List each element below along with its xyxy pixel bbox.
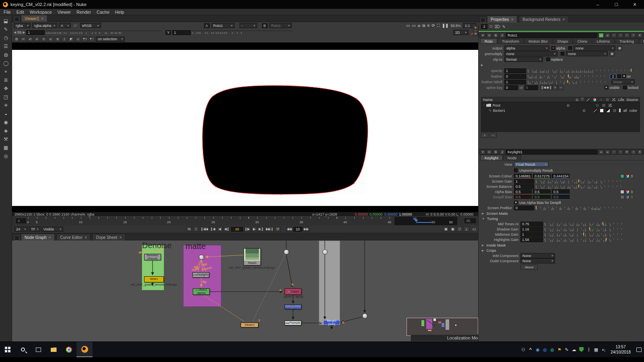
add-key-button[interactable]: + xyxy=(552,85,558,90)
timecode-dropdown[interactable]: TF xyxy=(29,226,40,232)
menu-cache[interactable]: Cache xyxy=(97,10,109,14)
undo-icon[interactable]: ↶ xyxy=(611,33,617,38)
collapse-panel-icon[interactable]: ▾ xyxy=(480,150,485,154)
center-node-icon[interactable]: ⊙ xyxy=(487,150,492,154)
defender-flag-icon[interactable]: ⚑ xyxy=(556,348,563,352)
toolbar-toolsets-icon[interactable]: ⚒ xyxy=(3,137,9,142)
current-frame-field[interactable]: 48 xyxy=(231,227,243,232)
feather-field[interactable]: 0 xyxy=(504,74,526,79)
col-lock-icon[interactable]: ⛉ xyxy=(581,97,584,102)
select-points-icon[interactable]: ▪¹ xyxy=(34,37,40,42)
refresh-icon[interactable]: ⟳ xyxy=(431,23,435,28)
falloff-field[interactable]: 1 xyxy=(504,80,526,84)
screen-colour-r-field[interactable]: 0.146881 xyxy=(514,174,532,179)
label-visibility-dropdown[interactable]: on selection xyxy=(96,37,125,42)
tab-close-icon[interactable]: ✕ xyxy=(119,236,122,239)
search-button[interactable] xyxy=(15,348,31,352)
col-blendmode-icon[interactable] xyxy=(605,98,609,102)
file-explorer-button[interactable] xyxy=(46,348,61,352)
toolbar-channel-icon[interactable]: ☰ xyxy=(3,44,9,49)
maximize-button[interactable]: ▢ xyxy=(607,2,625,7)
toolbar-merge-icon[interactable]: ≣ xyxy=(3,78,9,82)
roto-tab-shape[interactable]: Shape xyxy=(553,38,572,43)
undo-icon[interactable]: ↶ xyxy=(611,150,617,154)
node-denoise1[interactable]: Denoise1(Result) xyxy=(144,254,161,260)
close-all-panels-icon[interactable]: ⌦ xyxy=(495,25,500,29)
node-dot-right[interactable] xyxy=(362,313,367,319)
keylight-tab-node[interactable]: Node xyxy=(503,155,521,160)
edit-panels-icon[interactable]: ✎ xyxy=(502,25,506,29)
format-icon[interactable]: ▭ xyxy=(412,23,416,28)
roto-tab-tracking[interactable]: Tracking xyxy=(615,38,638,43)
tree-row-root[interactable]: − Root ⊙ xyxy=(481,103,640,108)
node-enabled-icon[interactable]: ⧄ xyxy=(599,150,604,154)
viewer-ip-toggle[interactable]: IP xyxy=(74,24,77,28)
roi-icon[interactable]: ⛶ xyxy=(437,23,440,28)
clipto-dropdown[interactable]: format xyxy=(504,57,543,62)
col-overlap-icon[interactable] xyxy=(612,98,616,102)
feather-slider[interactable]: -100 -70 -40 -10 0 10 40 7000 xyxy=(528,74,608,79)
max-panels-field[interactable]: 2 xyxy=(481,24,487,29)
row-color-swatch[interactable] xyxy=(600,109,604,113)
row-overlap-icon[interactable] xyxy=(608,103,612,107)
tab-close-icon[interactable]: ✕ xyxy=(48,236,51,239)
close-panel-icon[interactable]: ✕ xyxy=(637,150,642,154)
next-key-button[interactable]: ▶❙ xyxy=(546,85,552,90)
screen-balance-slider[interactable]: 0 0.1 0.2 0.3 0.4 0.5 0.6 0.7 0.8 0.9 1 xyxy=(536,184,621,189)
mask-icon[interactable]: ≡ xyxy=(427,23,429,28)
app-blue-icon[interactable]: ◍ xyxy=(542,348,548,352)
fps-dropdown[interactable]: 24 xyxy=(14,226,28,232)
range-start-field[interactable]: 4 xyxy=(16,218,26,223)
node-mask-icon[interactable]: ⧄ xyxy=(605,150,610,154)
crops-arrow-icon[interactable]: ▶ xyxy=(482,249,484,252)
preblur-field[interactable]: 0 xyxy=(514,206,534,210)
center-node-icon[interactable]: ⊙ xyxy=(487,33,492,38)
locked-checkbox[interactable] xyxy=(623,86,627,89)
shadow-gain-field[interactable]: 1.16 xyxy=(520,227,543,232)
toolbar-keyer-icon[interactable]: ⌖ xyxy=(3,69,9,74)
close-panel-icon[interactable]: ✕ xyxy=(637,33,642,38)
row-eye-icon[interactable]: ⊙ xyxy=(582,109,586,113)
screen-matte-arrow-icon[interactable]: ▶ xyxy=(482,212,484,215)
toolbar-particles-icon[interactable]: ✳ xyxy=(3,103,9,108)
midtones-gain-slider[interactable]: 0 0.2 0.4 0.6 0.8 1 1.2 1.4 1.6 1.8 2 xyxy=(545,232,622,237)
highlights-gain-slider[interactable]: 0 0.2 0.4 0.6 0.8 1 1.2 1.4 1.6 1.8 2 xyxy=(545,237,622,242)
screen-balance-field[interactable]: 0.5 xyxy=(514,184,534,189)
remove-key-icon[interactable]: ⯈− xyxy=(89,37,95,42)
redo-icon[interactable]: ↷ xyxy=(618,33,623,38)
falloff-type-dropdown[interactable]: linear xyxy=(611,79,635,84)
prev-keyframe-button[interactable]: ❙◀ xyxy=(210,226,216,232)
node-copy1[interactable]: Copy1 xyxy=(285,288,301,295)
frame-step-field[interactable]: 10 xyxy=(293,227,302,232)
people-icon[interactable]: ⚇ xyxy=(520,348,526,352)
step-decrement-button[interactable]: ◀◀ xyxy=(286,226,292,232)
app-teal-icon[interactable]: ◍ xyxy=(549,348,555,352)
nuke-taskbar-button[interactable] xyxy=(76,342,93,357)
preblur-slider[interactable]: 0 10 20 30 40 50 60 70 80.64 xyxy=(536,206,621,210)
output-aux-checkbox[interactable] xyxy=(568,46,572,50)
feather-aux-field[interactable]: 2 xyxy=(610,74,616,79)
float-panel-icon[interactable]: ⧉ xyxy=(493,33,498,38)
node-dot-top-left[interactable] xyxy=(284,249,289,255)
opacity-field[interactable]: 1 xyxy=(504,68,526,73)
tab-properties[interactable]: Properties✕ xyxy=(487,16,517,23)
colour-wheel-icon[interactable] xyxy=(625,174,630,178)
add-key-icon[interactable]: ⯈+ xyxy=(82,37,88,42)
skype-icon[interactable]: ◉ xyxy=(535,348,541,352)
play-forward-button[interactable]: ▶ xyxy=(252,226,257,232)
highlights-gain-field[interactable]: 1.58 xyxy=(520,237,543,242)
about-button[interactable]: About xyxy=(520,265,538,270)
output-aux-dropdown[interactable]: none xyxy=(574,45,615,51)
unpremultiply-checkbox[interactable] xyxy=(514,169,518,172)
tab-curve-editor[interactable]: Curve Editor✕ xyxy=(56,234,91,241)
smooth-points-icon[interactable]: ⌇ xyxy=(62,37,67,42)
viewer-lut-dropdown[interactable]: sRGB xyxy=(80,23,101,28)
close-button[interactable]: ✕ xyxy=(625,2,644,7)
float-panel-icon[interactable]: ⧉ xyxy=(493,150,498,154)
select-all-icon[interactable]: ▪ᵃ xyxy=(27,37,33,42)
volume-icon[interactable]: ◖) xyxy=(600,348,607,352)
node-name-field[interactable]: Roto1 xyxy=(506,33,597,38)
toolbar-transform-icon[interactable]: ✥ xyxy=(3,86,9,91)
lock-range-icon[interactable]: ⛉ xyxy=(457,226,462,232)
cusp-points-icon[interactable]: ◤ xyxy=(68,37,74,42)
